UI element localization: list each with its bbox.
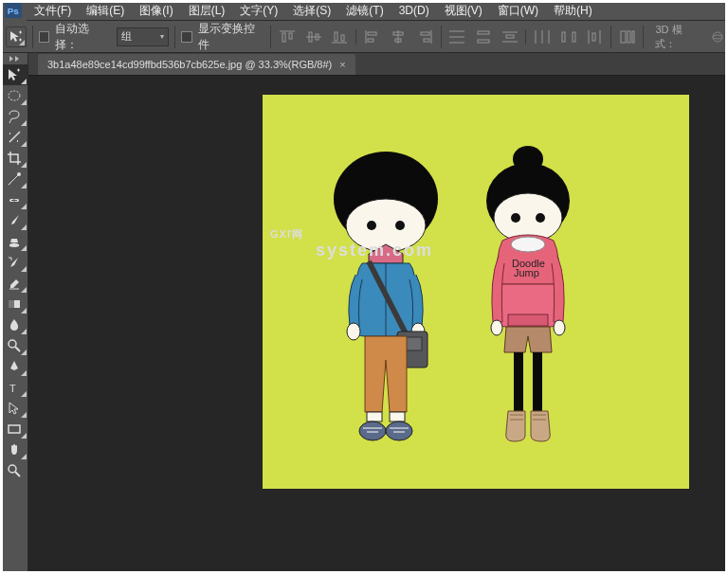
- menu-view[interactable]: 视图(V): [437, 0, 490, 21]
- menu-select[interactable]: 选择(S): [285, 0, 338, 21]
- toolbar-toggle[interactable]: [0, 53, 27, 64]
- distribute-left-icon[interactable]: [532, 27, 553, 46]
- svg-line-48: [15, 347, 20, 351]
- menu-help[interactable]: 帮助(H): [546, 0, 600, 21]
- svg-rect-13: [368, 39, 373, 42]
- svg-rect-19: [424, 39, 429, 42]
- svg-rect-31: [562, 32, 565, 42]
- menu-layer[interactable]: 图层(L): [181, 0, 233, 21]
- svg-text:Ps: Ps: [8, 5, 20, 15]
- svg-point-39: [713, 32, 722, 42]
- svg-rect-10: [341, 35, 344, 41]
- show-transform-checkbox[interactable]: [181, 31, 192, 43]
- svg-point-69: [511, 213, 520, 223]
- zoom-tool[interactable]: [1, 460, 27, 481]
- canvas-content-boy: [310, 142, 462, 464]
- menu-type[interactable]: 文字(Y): [232, 0, 285, 21]
- gradient-tool[interactable]: [1, 294, 27, 314]
- menu-window[interactable]: 窗口(W): [490, 0, 546, 21]
- auto-select-dropdown[interactable]: 组 ▾: [117, 27, 169, 46]
- menu-3d[interactable]: 3D(D): [391, 0, 437, 21]
- align-hcenter-icon[interactable]: [389, 27, 410, 46]
- separator: [441, 26, 442, 48]
- hand-tool[interactable]: [1, 439, 27, 460]
- svg-rect-37: [628, 31, 630, 43]
- svg-point-71: [511, 237, 545, 252]
- menu-bar: Ps 文件(F) 编辑(E) 图像(I) 图层(L) 文字(Y) 选择(S) 滤…: [0, 0, 728, 21]
- svg-rect-32: [573, 32, 575, 42]
- marquee-tool[interactable]: [1, 85, 27, 106]
- svg-text:T: T: [9, 383, 16, 394]
- close-tab-icon[interactable]: ×: [339, 59, 345, 70]
- crop-tool[interactable]: [1, 148, 27, 169]
- svg-point-64: [359, 422, 386, 440]
- rectangle-tool[interactable]: [1, 419, 27, 439]
- svg-rect-23: [478, 31, 489, 34]
- menu-edit[interactable]: 编辑(E): [79, 0, 132, 21]
- separator: [174, 26, 175, 48]
- align-bottom-icon[interactable]: [330, 27, 351, 46]
- svg-rect-18: [421, 32, 429, 35]
- svg-point-41: [9, 91, 20, 100]
- auto-align-icon[interactable]: [617, 27, 638, 46]
- blur-tool[interactable]: [1, 314, 27, 335]
- eraser-tool[interactable]: [1, 273, 27, 294]
- auto-select-label: 自动选择：: [55, 21, 111, 53]
- app-logo: Ps: [0, 0, 27, 21]
- svg-rect-50: [9, 425, 20, 433]
- distribute-top-icon[interactable]: [447, 27, 468, 46]
- type-tool[interactable]: T: [1, 377, 27, 398]
- separator: [270, 26, 271, 48]
- svg-rect-78: [533, 352, 542, 411]
- svg-point-56: [395, 221, 405, 230]
- separator: [355, 29, 356, 45]
- show-transform-label: 显示变换控件: [198, 21, 265, 53]
- svg-line-52: [15, 472, 20, 476]
- align-vcenter-icon[interactable]: [303, 27, 324, 46]
- distribute-bottom-icon[interactable]: [500, 27, 520, 46]
- svg-rect-3: [282, 33, 285, 42]
- move-tool[interactable]: [1, 64, 27, 85]
- svg-point-40: [713, 35, 722, 39]
- dodge-tool[interactable]: [1, 335, 27, 356]
- menu-image[interactable]: 图像(I): [132, 0, 180, 21]
- clone-stamp-tool[interactable]: [1, 231, 27, 252]
- svg-rect-77: [514, 352, 523, 411]
- canvas[interactable]: Doodle Jump: [263, 95, 689, 489]
- align-right-icon[interactable]: [414, 27, 435, 46]
- path-selection-tool[interactable]: [1, 398, 27, 419]
- dropdown-arrow-icon: ▾: [160, 32, 164, 41]
- document-tab-title: 3b1a48e89ce14cd99ffbd536b7cb625e.jpg @ 3…: [47, 59, 332, 70]
- current-tool-indicator[interactable]: [6, 27, 27, 47]
- separator: [32, 26, 33, 48]
- pen-tool[interactable]: [1, 356, 27, 377]
- align-left-icon[interactable]: [362, 27, 383, 46]
- eyedropper-tool[interactable]: [1, 169, 27, 189]
- healing-brush-tool[interactable]: [1, 189, 27, 210]
- orbit-3d-icon[interactable]: [708, 27, 728, 46]
- distribute-hcenter-icon[interactable]: [558, 27, 579, 46]
- svg-text:Jump: Jump: [514, 267, 539, 278]
- menu-file[interactable]: 文件(F): [27, 0, 79, 21]
- align-top-icon[interactable]: [277, 27, 298, 46]
- distribute-right-icon[interactable]: [584, 27, 605, 46]
- distribute-vcenter-icon[interactable]: [473, 27, 494, 46]
- svg-point-58: [347, 323, 360, 340]
- svg-point-70: [536, 213, 545, 223]
- auto-select-checkbox[interactable]: [39, 31, 50, 43]
- svg-rect-74: [508, 314, 548, 326]
- svg-point-55: [367, 221, 376, 230]
- lasso-tool[interactable]: [1, 106, 27, 127]
- menu-filter[interactable]: 滤镜(T): [338, 0, 391, 21]
- brush-tool[interactable]: [1, 210, 27, 231]
- mode-3d-label: 3D 模式：: [655, 23, 701, 51]
- magic-wand-tool[interactable]: [1, 127, 27, 148]
- svg-rect-12: [368, 32, 376, 35]
- document-tab[interactable]: 3b1a48e89ce14cd99ffbd536b7cb625e.jpg @ 3…: [38, 54, 355, 75]
- document-tab-strip: 3b1a48e89ce14cd99ffbd536b7cb625e.jpg @ 3…: [0, 53, 728, 76]
- svg-rect-34: [592, 33, 595, 41]
- svg-rect-62: [367, 412, 382, 422]
- history-brush-tool[interactable]: [1, 252, 27, 273]
- svg-rect-46: [9, 300, 14, 308]
- separator: [525, 29, 526, 45]
